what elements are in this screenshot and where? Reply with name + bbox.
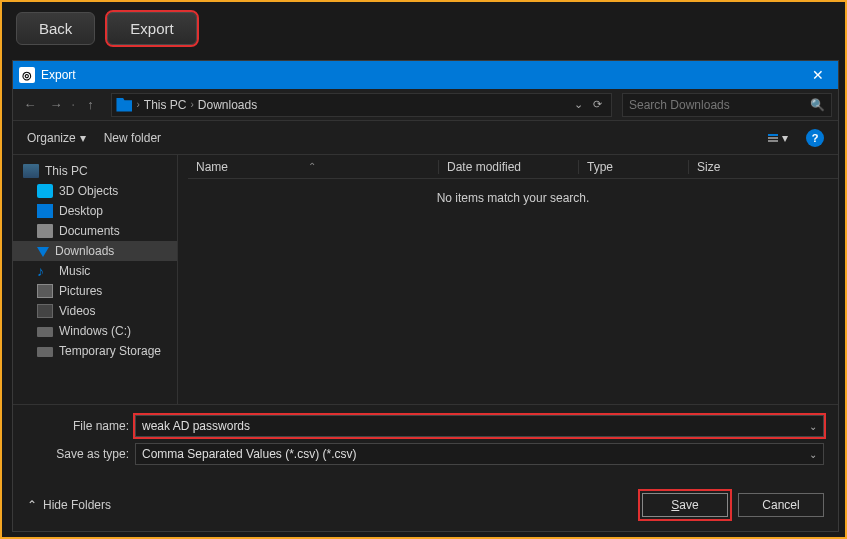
col-type[interactable]: Type <box>578 160 688 174</box>
tree-windows-c[interactable]: Windows (C:) <box>13 321 177 341</box>
save-button[interactable]: Save <box>642 493 728 517</box>
cancel-button[interactable]: Cancel <box>738 493 824 517</box>
tree-desktop[interactable]: Desktop <box>13 201 177 221</box>
cube-icon <box>37 184 53 198</box>
search-input[interactable] <box>629 98 810 112</box>
filetype-field[interactable]: Comma Separated Values (*.csv) (*.csv) ⌄ <box>135 443 824 465</box>
filename-input[interactable] <box>142 419 809 433</box>
back-button[interactable]: Back <box>16 12 95 45</box>
help-icon[interactable]: ? <box>806 129 824 147</box>
disk-icon <box>37 347 53 357</box>
dialog-title: Export <box>41 68 76 82</box>
search-icon[interactable]: 🔍 <box>810 98 825 112</box>
tree-documents[interactable]: Documents <box>13 221 177 241</box>
tree-this-pc[interactable]: This PC <box>13 161 177 181</box>
videos-icon <box>37 304 53 318</box>
folder-icon <box>116 98 132 112</box>
col-name[interactable]: Name⌃ <box>188 160 438 174</box>
filetype-value: Comma Separated Values (*.csv) (*.csv) <box>142 447 809 461</box>
refresh-icon[interactable]: ⟳ <box>588 98 607 111</box>
pictures-icon <box>37 284 53 298</box>
new-folder-button[interactable]: New folder <box>104 131 161 145</box>
nav-forward-icon[interactable]: → <box>45 94 67 116</box>
document-icon <box>37 224 53 238</box>
organize-menu[interactable]: Organize ▾ <box>27 131 86 145</box>
tree-3d-objects[interactable]: 3D Objects <box>13 181 177 201</box>
filetype-dropdown-icon[interactable]: ⌄ <box>809 449 817 460</box>
empty-message: No items match your search. <box>188 179 838 404</box>
search-box[interactable]: 🔍 <box>622 93 832 117</box>
address-bar[interactable]: › This PC › Downloads ⌄ ⟳ <box>111 93 612 117</box>
filetype-label: Save as type: <box>27 447 135 461</box>
pc-icon <box>23 164 39 178</box>
app-icon: ◎ <box>19 67 35 83</box>
col-date[interactable]: Date modified <box>438 160 578 174</box>
disk-icon <box>37 327 53 337</box>
filename-field[interactable]: ⌄ <box>135 415 824 437</box>
column-headers: Name⌃ Date modified Type Size <box>188 155 838 179</box>
close-icon[interactable]: ✕ <box>804 67 832 83</box>
nav-back-icon[interactable]: ← <box>19 94 41 116</box>
music-icon: ♪ <box>37 264 53 278</box>
export-dialog: ◎ Export ✕ ← → · ↑ › This PC › Downloads… <box>12 60 839 532</box>
address-dropdown-icon[interactable]: ⌄ <box>569 98 588 111</box>
tree-temp-storage[interactable]: Temporary Storage <box>13 341 177 361</box>
title-bar: ◎ Export ✕ <box>13 61 838 89</box>
chevron-down-icon: ▾ <box>80 131 86 145</box>
sort-icon: ⌃ <box>308 161 316 172</box>
export-button[interactable]: Export <box>107 12 196 45</box>
view-options-button[interactable]: ▾ <box>768 131 788 145</box>
download-icon <box>37 247 49 257</box>
filename-label: File name: <box>27 419 135 433</box>
hide-folders-button[interactable]: ⌃Hide Folders <box>27 498 111 512</box>
tree-videos[interactable]: Videos <box>13 301 177 321</box>
tree-music[interactable]: ♪Music <box>13 261 177 281</box>
desktop-icon <box>37 204 53 218</box>
filename-dropdown-icon[interactable]: ⌄ <box>809 421 817 432</box>
crumb-root[interactable]: This PC <box>140 98 191 112</box>
col-size[interactable]: Size <box>688 160 788 174</box>
tree-downloads[interactable]: Downloads <box>13 241 177 261</box>
chevron-up-icon: ⌃ <box>27 498 37 512</box>
folder-tree: This PC 3D Objects Desktop Documents Dow… <box>13 155 178 404</box>
nav-up-icon[interactable]: ↑ <box>79 94 101 116</box>
tree-pictures[interactable]: Pictures <box>13 281 177 301</box>
crumb-current[interactable]: Downloads <box>194 98 261 112</box>
